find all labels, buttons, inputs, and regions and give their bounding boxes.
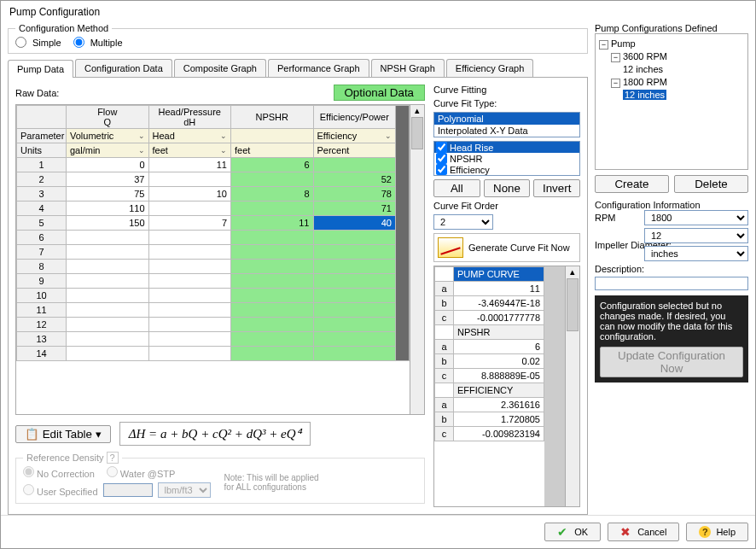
check-npshr[interactable]: NPSHR bbox=[434, 153, 579, 164]
tab-composite-graph[interactable]: Composite Graph bbox=[174, 59, 266, 77]
config-tree[interactable]: −Pump −3600 RPM 12 inches −1800 RPM 12 i… bbox=[595, 33, 748, 170]
param-head[interactable]: Head⌄ bbox=[148, 129, 231, 143]
all-button[interactable]: All bbox=[433, 179, 480, 197]
curve-icon bbox=[438, 237, 463, 258]
density-value-input bbox=[103, 483, 153, 497]
col-npshr: NPSHR bbox=[231, 106, 314, 129]
curve-fit-order-select[interactable]: 2 bbox=[433, 214, 493, 230]
ok-button[interactable]: ✔OK bbox=[544, 523, 601, 541]
equation-box: ΔH = a + bQ + cQ² + dQ³ + eQ⁴ bbox=[119, 422, 311, 446]
units-head[interactable]: feet⌄ bbox=[148, 143, 231, 158]
units-eff[interactable]: Percent bbox=[313, 143, 396, 158]
dialog-footer: ✔OK ✖Cancel ?Help bbox=[1, 515, 755, 548]
grid-scrollbar[interactable]: ▴ bbox=[410, 105, 424, 414]
radio-user-specified: User Specified bbox=[23, 484, 98, 497]
radio-multiple[interactable]: Multiple bbox=[73, 37, 123, 48]
curve-type-polynomial[interactable]: Polynomial bbox=[434, 113, 579, 125]
curve-type-interpolated[interactable]: Interpolated X-Y Data bbox=[434, 125, 579, 137]
tree-1800-12in[interactable]: 12 inches bbox=[623, 90, 666, 100]
delete-button[interactable]: Delete bbox=[674, 175, 748, 193]
curve-fitting-label: Curve Fitting bbox=[433, 85, 580, 95]
impeller-diameter-select[interactable]: 12 bbox=[644, 228, 748, 243]
status-notice: Configuration selected but no changes ma… bbox=[595, 295, 748, 383]
radio-water-stp: Water @STP bbox=[107, 466, 176, 479]
curve-series-list[interactable]: Head Rise NPSHR Efficiency bbox=[433, 141, 580, 176]
configs-defined-label: Pump Configurations Defined bbox=[595, 23, 748, 33]
reference-density-group: Reference Density ? No Correction Water … bbox=[15, 453, 425, 504]
coefficients-table[interactable]: PUMP CURVE a11 b-3.469447E-18 c-0.000177… bbox=[433, 266, 580, 507]
cancel-button[interactable]: ✖Cancel bbox=[608, 523, 679, 541]
density-unit-select: lbm/ft3 bbox=[158, 482, 211, 498]
tab-performance-graph[interactable]: Performance Graph bbox=[268, 59, 369, 77]
check-efficiency[interactable]: Efficiency bbox=[434, 164, 579, 175]
units-flow[interactable]: gal/min⌄ bbox=[67, 143, 149, 158]
update-configuration-button: Update Configuration Now bbox=[600, 347, 743, 377]
check-head-rise[interactable]: Head Rise bbox=[434, 142, 579, 153]
tab-bar: Pump Data Configuration Data Composite G… bbox=[8, 59, 588, 78]
coeff-scrollbar[interactable]: ▴ bbox=[565, 266, 579, 506]
config-method-group: Configuration Method Simple Multiple bbox=[8, 23, 588, 54]
tree-3600-12in[interactable]: 12 inches bbox=[599, 63, 744, 76]
x-icon: ✖ bbox=[620, 526, 632, 538]
check-icon: ✔ bbox=[557, 526, 569, 538]
question-icon: ? bbox=[699, 526, 711, 538]
tab-configuration-data[interactable]: Configuration Data bbox=[75, 59, 172, 77]
optional-data-button[interactable]: Optional Data bbox=[334, 85, 426, 101]
generate-curve-fit-button[interactable]: Generate Curve Fit Now bbox=[433, 233, 580, 262]
data-grid[interactable]: Flow Q Head/Pressure dH NPSHR Efficiency… bbox=[15, 104, 425, 415]
tab-npsh-graph[interactable]: NPSH Graph bbox=[371, 59, 445, 77]
help-button[interactable]: ?Help bbox=[686, 523, 748, 541]
pump-config-window: Pump Configuration Configuration Method … bbox=[0, 0, 756, 549]
radio-simple[interactable]: Simple bbox=[15, 37, 61, 48]
radio-no-correction: No Correction bbox=[23, 466, 95, 479]
config-info-label: Configuration Information bbox=[595, 200, 748, 210]
units-npshr[interactable]: feet bbox=[231, 143, 314, 158]
description-input[interactable] bbox=[595, 277, 748, 290]
none-button[interactable]: None bbox=[484, 179, 531, 197]
invert-button[interactable]: Invert bbox=[533, 179, 580, 197]
help-icon[interactable]: ? bbox=[107, 452, 119, 464]
col-head: Head/Pressure dH bbox=[148, 106, 231, 129]
window-title: Pump Configuration bbox=[1, 1, 755, 23]
tab-pump-data[interactable]: Pump Data bbox=[8, 60, 73, 78]
param-eff[interactable]: Efficiency⌄ bbox=[313, 129, 396, 143]
tab-efficiency-graph[interactable]: Efficiency Graph bbox=[446, 59, 534, 77]
impeller-unit-select[interactable]: inches bbox=[644, 246, 748, 261]
edit-table-button[interactable]: 📋 Edit Table ▾ bbox=[15, 425, 111, 443]
param-flow[interactable]: Volumetric⌄ bbox=[67, 129, 149, 143]
col-eff: Efficiency/Power bbox=[313, 106, 396, 129]
col-flow: Flow Q bbox=[67, 106, 149, 129]
create-button[interactable]: Create bbox=[595, 175, 669, 193]
density-note: Note: This will be appliedfor ALL config… bbox=[224, 473, 319, 492]
curve-fit-type-list[interactable]: Polynomial Interpolated X-Y Data bbox=[433, 112, 580, 137]
raw-data-label: Raw Data: bbox=[15, 88, 59, 98]
rpm-select[interactable]: 1800 bbox=[644, 210, 748, 225]
